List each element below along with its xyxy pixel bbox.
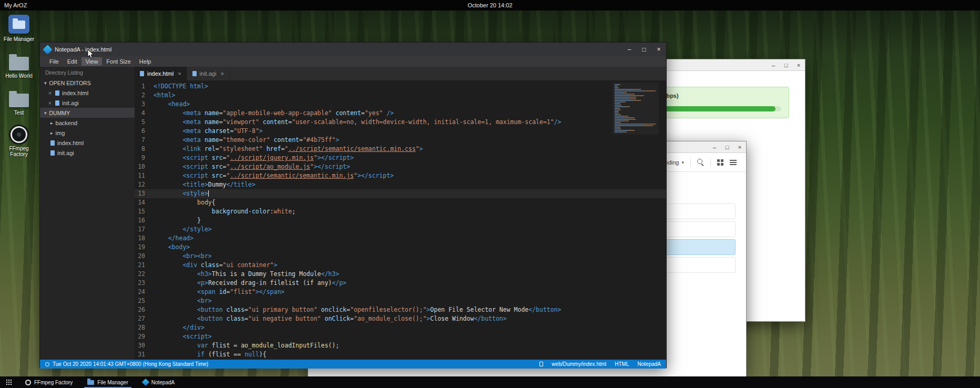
code-text: var flist = ao_module_loadInputFiles();	[154, 342, 339, 349]
code-line: 22 <h3>This is a Dummy Testing Module</h…	[135, 270, 666, 279]
line-number: 2	[135, 91, 154, 100]
maximize-icon[interactable]: □	[637, 43, 651, 56]
start-button[interactable]	[0, 376, 18, 388]
maximize-icon[interactable]: □	[780, 59, 792, 71]
tab-index.html[interactable]: index.html×	[135, 67, 187, 80]
code-text: <br><br>	[154, 252, 212, 260]
close-file-icon[interactable]: ×	[47, 90, 53, 96]
line-number: 28	[135, 323, 154, 332]
desktop-icon-file-manager[interactable]: File Manager	[1, 15, 37, 42]
taskbar-item-label: NotepadA	[151, 380, 175, 385]
file-icon	[55, 100, 59, 106]
start-menu-label[interactable]: My ArOZ	[4, 2, 27, 8]
desktop-icon-label: FFmpeg Factory	[3, 146, 35, 157]
apps-grid-icon	[6, 379, 12, 385]
chevron-right-icon: ▸	[50, 130, 53, 136]
tree-item-init.agi[interactable]: init.agi	[40, 148, 135, 158]
notepada-titlebar[interactable]: NotepadA - index.html – □ ×	[40, 43, 666, 56]
line-number: 31	[135, 350, 154, 359]
notepada-icon	[43, 45, 52, 54]
tree-item-img[interactable]: ▸img	[40, 128, 135, 138]
line-number: 27	[135, 314, 154, 323]
code-text: <span id="flist"></span>	[154, 288, 284, 295]
menu-edit[interactable]: Edit	[63, 57, 81, 66]
minimap-line	[615, 97, 636, 98]
code-line: 2<html>	[135, 91, 666, 100]
notepada-window: NotepadA - index.html – □ × File Edit Vi…	[39, 42, 667, 368]
list-view-icon[interactable]	[730, 160, 737, 165]
open-editor-item[interactable]: ×index.html	[40, 88, 135, 98]
maximize-icon[interactable]: □	[721, 141, 733, 153]
code-area[interactable]: 1<!DOCTYPE html>2<html>3 <head>4 <meta n…	[135, 80, 666, 360]
minimize-icon[interactable]: –	[708, 141, 721, 153]
close-file-icon[interactable]: ×	[47, 100, 53, 106]
close-icon[interactable]: ×	[651, 43, 666, 56]
code-line: 15 background-color:white;	[135, 207, 666, 216]
record-circle-icon	[25, 380, 31, 385]
status-language: HTML	[615, 361, 629, 367]
code-line: 18 </head>	[135, 234, 666, 243]
line-number: 10	[135, 162, 154, 171]
taskbar-items: FFmpeg FactoryFile ManagerNotepadA	[18, 376, 182, 388]
menu-font-size[interactable]: Font Size	[102, 57, 135, 66]
code-line: 29 <script>	[135, 332, 666, 341]
code-text: <p>Received drag-in filelist (if any)</p…	[154, 279, 346, 287]
file-icon	[192, 71, 197, 76]
sidebar-header: Directory Listing	[40, 67, 135, 78]
desktop-icon-test[interactable]: Test	[1, 89, 37, 116]
desktop-icon-ffmpeg-factory[interactable]: FFmpeg Factory	[1, 126, 37, 157]
close-icon[interactable]: ×	[792, 59, 805, 71]
line-number: 29	[135, 332, 154, 341]
minimize-icon[interactable]: –	[622, 43, 637, 56]
minimap-line	[615, 114, 621, 115]
close-icon[interactable]: ×	[733, 141, 746, 153]
desktop-icon-hello-world[interactable]: Hello World	[1, 53, 37, 79]
open-editors-section[interactable]: ▾ OPEN EDITORS	[40, 78, 135, 88]
sidebar: Directory Listing ▾ OPEN EDITORS ×index.…	[40, 67, 135, 360]
search-icon[interactable]	[697, 159, 704, 166]
minimap-line	[615, 100, 641, 101]
taskbar-item-notepada[interactable]: NotepadA	[136, 376, 182, 388]
grid-view-icon[interactable]	[717, 159, 723, 166]
close-tab-icon[interactable]: ×	[220, 70, 223, 77]
line-number: 6	[135, 127, 154, 136]
code-line: 10 <script src="../script/ao_module.js">…	[135, 162, 666, 171]
taskbar-item-file-manager[interactable]: File Manager	[80, 376, 135, 388]
tree-item-index.html[interactable]: index.html	[40, 138, 135, 148]
code-line: 12 <title>Dummy</title>	[135, 180, 666, 189]
taskbar-item-label: File Manager	[97, 380, 128, 385]
minimap[interactable]	[612, 83, 659, 135]
code-text: }	[154, 217, 201, 224]
tree-item-backend[interactable]: ▸backend	[40, 118, 135, 128]
minimap-line	[615, 125, 653, 126]
line-number: 23	[135, 279, 154, 288]
open-editor-item[interactable]: ×init.agi	[40, 98, 135, 108]
minimap-line	[615, 87, 619, 88]
menu-view[interactable]: View	[81, 57, 103, 66]
minimap-line	[615, 111, 619, 112]
menu-file[interactable]: File	[45, 57, 63, 66]
line-number: 22	[135, 270, 154, 279]
code-line: 31 if (flist == null){	[135, 350, 666, 359]
folder-dummy[interactable]: ▾ DUMMY	[40, 108, 135, 118]
top-bar: My ArOZ October 20 14:02	[0, 0, 980, 11]
tab-init.agi[interactable]: init.agi×	[187, 67, 230, 80]
code-text: <div class="ui container">	[154, 261, 277, 269]
code-line: 24 <span id="flist"></span>	[135, 288, 666, 297]
code-text: <html>	[154, 91, 176, 99]
code-text: <meta charset="UTF-8">	[154, 127, 263, 135]
close-tab-icon[interactable]: ×	[178, 70, 181, 77]
minimap-line	[615, 124, 656, 125]
minimap-line	[615, 106, 630, 107]
code-text: <script>	[154, 333, 212, 340]
code-text: <script src="../script/jquery.min.js"></…	[154, 154, 354, 161]
taskbar-item-ffmpeg-factory[interactable]: FFmpeg Factory	[18, 376, 80, 388]
taskbar-item-label: FFmpeg Factory	[34, 380, 73, 385]
minimap-line	[615, 84, 620, 85]
code-text: <link rel="stylesheet" href="../script/s…	[154, 145, 423, 152]
menu-help[interactable]: Help	[135, 57, 156, 66]
code-text: background-color:white;	[154, 208, 295, 215]
minimize-icon[interactable]: –	[767, 59, 780, 71]
code-line: 25 <br>	[135, 297, 666, 305]
desktop-icon-label: Test	[14, 110, 24, 116]
